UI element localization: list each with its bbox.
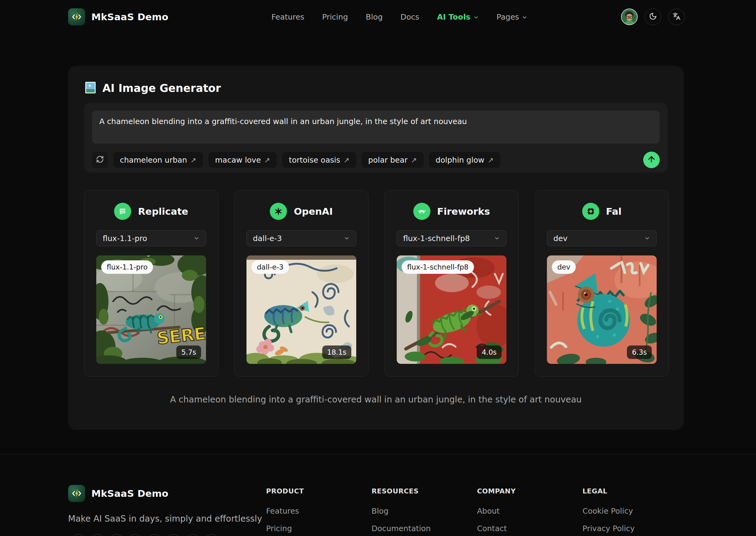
- footer-link-about[interactable]: About: [477, 507, 583, 516]
- generated-image-fal[interactable]: dev 6.3s: [547, 255, 657, 364]
- prompt-chip[interactable]: macaw love ↗: [208, 152, 277, 168]
- brand-name: MkSaaS Demo: [91, 488, 168, 499]
- chevron-down-icon: [522, 15, 527, 20]
- prompt-chip[interactable]: chameleon urban ↗: [113, 152, 203, 168]
- language-switcher-button[interactable]: [668, 9, 685, 25]
- card-header: Fal: [547, 203, 657, 220]
- refresh-prompts-button[interactable]: [92, 152, 108, 168]
- moon-icon: [649, 12, 657, 21]
- nav-item-pages[interactable]: Pages: [497, 13, 527, 21]
- footer-tagline: Make AI SaaS in days, simply and effortl…: [68, 514, 266, 524]
- provider-card-fal: Fal dev: [535, 190, 669, 377]
- footer-column-resources: RESOURCES Blog Documentation: [372, 485, 477, 533]
- chevron-down-icon: [344, 235, 350, 241]
- user-avatar[interactable]: [621, 9, 638, 25]
- generation-time-badge: 6.3s: [627, 346, 652, 359]
- model-select-openai[interactable]: dall-e-3: [246, 230, 356, 246]
- external-arrow-icon: ↗: [488, 156, 493, 164]
- arrow-up-icon: [647, 155, 656, 165]
- footer-column-title: RESOURCES: [372, 485, 477, 495]
- external-arrow-icon: ↗: [344, 156, 349, 164]
- page: { "brand": { "name": "MkSaaS Demo" }, "n…: [0, 0, 756, 536]
- brand[interactable]: MkSaaS Demo: [68, 8, 168, 25]
- nav-item-ai-tools[interactable]: AI Tools: [437, 13, 479, 21]
- social-button[interactable]: [70, 534, 87, 536]
- provider-card-openai: OpenAI dall-e-3: [234, 190, 369, 377]
- social-button[interactable]: [185, 534, 200, 536]
- refresh-icon: [96, 155, 104, 164]
- card-header: Replicate: [96, 203, 206, 220]
- provider-card-fireworks: Fireworks flux-1-schnell-fp8: [384, 190, 519, 377]
- footer-brand-block: MkSaaS Demo Make AI SaaS in days, simply…: [68, 485, 266, 533]
- model-select-replicate[interactable]: flux-1.1-pro: [96, 230, 206, 246]
- generation-time-badge: 18.1s: [322, 346, 351, 359]
- social-button[interactable]: [109, 534, 125, 536]
- generator-header: AI Image Generator: [84, 66, 668, 95]
- navbar: MkSaaS Demo Features Pricing Blog Docs A…: [0, 0, 756, 34]
- nav-links: Features Pricing Blog Docs AI Tools Page…: [262, 13, 527, 21]
- card-header: Fireworks: [397, 203, 506, 220]
- footer-link-documentation[interactable]: Documentation: [372, 524, 477, 533]
- footer-social-buttons: [70, 534, 220, 536]
- prompt-chip[interactable]: polar bear ↗: [361, 152, 424, 168]
- footer-column-product: PRODUCT Features Pricing: [266, 485, 372, 533]
- footer-column-title: COMPANY: [477, 485, 583, 495]
- footer-column-title: PRODUCT: [266, 485, 372, 495]
- external-arrow-icon: ↗: [411, 156, 417, 164]
- generated-image-openai[interactable]: dall-e-3 18.1s: [246, 255, 356, 364]
- provider-name: Fal: [606, 206, 622, 217]
- provider-name: OpenAI: [294, 206, 333, 217]
- generation-time-badge: 5.7s: [176, 346, 201, 359]
- generate-button[interactable]: [643, 151, 660, 168]
- openai-logo-icon: [270, 203, 287, 220]
- chevron-down-icon: [473, 15, 479, 20]
- footer-columns: PRODUCT Features Pricing RESOURCES Blog …: [266, 485, 688, 533]
- brand-logo-icon: [68, 485, 85, 502]
- external-arrow-icon: ↗: [264, 156, 270, 164]
- footer-link-blog[interactable]: Blog: [372, 507, 477, 516]
- generated-image-fireworks[interactable]: flux-1-schnell-fp8 4.0s: [397, 255, 506, 364]
- provider-cards: Replicate flux-1.1-pro: [84, 190, 668, 377]
- fireworks-logo-icon: [413, 203, 430, 220]
- prompt-box: A chameleon blending into a graffiti-cov…: [84, 103, 668, 172]
- nav-item-blog[interactable]: Blog: [366, 13, 382, 21]
- footer-link-privacy-policy[interactable]: Privacy Policy: [583, 524, 688, 533]
- footer-column-company: COMPANY About Contact: [477, 485, 583, 533]
- nav-item-pricing[interactable]: Pricing: [322, 13, 348, 21]
- social-button[interactable]: [165, 534, 182, 536]
- nav-icons: [621, 9, 685, 25]
- model-badge: dev: [552, 260, 576, 274]
- provider-card-replicate: Replicate flux-1.1-pro: [84, 190, 218, 377]
- theme-toggle-button[interactable]: [645, 9, 661, 25]
- brand-logo-icon: [68, 8, 85, 25]
- footer: MkSaaS Demo Make AI SaaS in days, simply…: [0, 454, 756, 536]
- replicate-logo-icon: [114, 203, 131, 220]
- footer-link-features[interactable]: Features: [266, 507, 372, 516]
- footer-link-pricing[interactable]: Pricing: [266, 524, 372, 533]
- prompt-chip[interactable]: tortoise oasis ↗: [282, 152, 356, 168]
- footer-column-title: LEGAL: [583, 485, 688, 495]
- generator-title: AI Image Generator: [102, 82, 221, 94]
- social-button[interactable]: [127, 534, 143, 536]
- social-button[interactable]: [90, 534, 105, 536]
- result-caption: A chameleon blending into a graffiti-cov…: [84, 394, 668, 405]
- generation-time-badge: 4.0s: [477, 346, 502, 359]
- prompt-chip[interactable]: dolphin glow ↗: [429, 152, 500, 168]
- provider-name: Replicate: [138, 206, 188, 217]
- generated-image-replicate[interactable]: SERE flux-1.1-pro 5.7s: [96, 255, 206, 364]
- prompt-input[interactable]: A chameleon blending into a graffiti-cov…: [92, 111, 660, 144]
- card-header: OpenAI: [246, 203, 356, 220]
- model-select-fireworks[interactable]: flux-1-schnell-fp8: [397, 230, 506, 246]
- footer-link-contact[interactable]: Contact: [477, 524, 583, 533]
- nav-item-docs[interactable]: Docs: [400, 13, 419, 21]
- social-button[interactable]: [203, 534, 220, 536]
- model-select-fal[interactable]: dev: [547, 230, 657, 246]
- prompt-actions: chameleon urban ↗ macaw love ↗ tortoise …: [92, 151, 660, 168]
- chevron-down-icon: [494, 235, 500, 241]
- footer-brand[interactable]: MkSaaS Demo: [68, 485, 266, 502]
- social-button[interactable]: [147, 534, 162, 536]
- national-park-emoji-icon: [84, 81, 97, 95]
- footer-link-cookie-policy[interactable]: Cookie Policy: [583, 507, 688, 516]
- model-badge: flux-1.1-pro: [101, 260, 153, 274]
- nav-item-features[interactable]: Features: [271, 13, 305, 21]
